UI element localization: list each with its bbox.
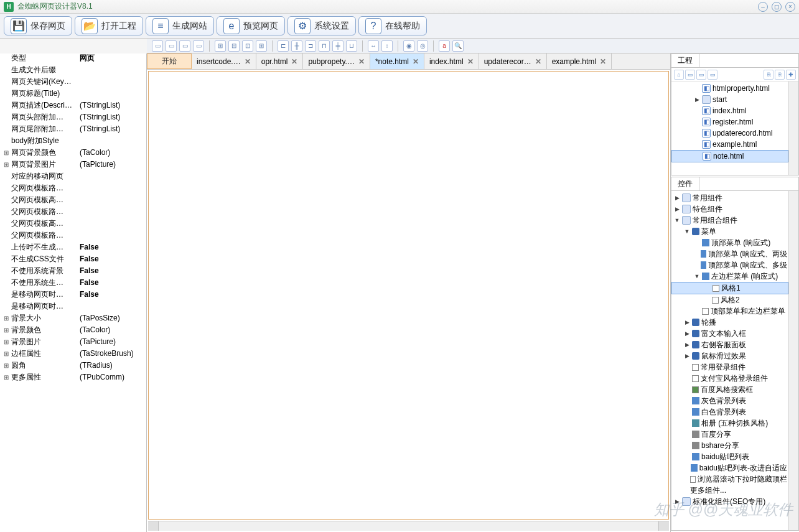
tree-node[interactable]: 顶部菜单和左边栏菜单: [671, 306, 788, 317]
expand-icon[interactable]: ⊞: [2, 159, 10, 170]
property-row[interactable]: 不使用系统背景False: [0, 265, 146, 277]
expand-icon[interactable]: ⊞: [2, 360, 10, 371]
tree-node[interactable]: baidu贴吧列表-改进自适应: [671, 462, 788, 474]
property-value[interactable]: (TStringList): [80, 124, 144, 134]
tab-controls[interactable]: 控件: [671, 177, 699, 190]
tree-node[interactable]: ▼左边栏菜单 (响应式): [671, 271, 788, 282]
expand-icon[interactable]: ⊞: [2, 372, 10, 383]
tree-node[interactable]: ▶右侧客服面板: [671, 339, 788, 350]
property-value[interactable]: (TaColor): [80, 147, 144, 158]
tree-node[interactable]: ▼常用组合组件: [671, 215, 788, 226]
property-row[interactable]: ⊞背景颜色(TaColor): [0, 324, 146, 336]
tab-project[interactable]: 工程: [671, 54, 699, 67]
tree-node[interactable]: ◧updaterecord.html: [671, 128, 788, 139]
tree-node[interactable]: 灰色背景列表: [671, 395, 788, 406]
minimize-button[interactable]: –: [758, 2, 768, 12]
tree-node[interactable]: 浏览器滚动下拉时隐藏顶栏: [671, 474, 788, 485]
tool-icon[interactable]: ▭: [193, 40, 204, 52]
distribute-icon[interactable]: ↔: [368, 40, 379, 52]
tree-node[interactable]: ◧register.html: [671, 116, 788, 128]
folder-icon[interactable]: ▭: [708, 70, 717, 80]
tree-node[interactable]: 百度风格搜索框: [671, 384, 788, 395]
property-row[interactable]: 网页尾部附加…(TStringList): [0, 123, 146, 135]
tree-node[interactable]: 顶部菜单 (响应式、两级: [671, 248, 788, 259]
toolbar-生成网站[interactable]: ≡生成网站: [146, 16, 214, 35]
property-row[interactable]: 父网页模板高…: [0, 218, 146, 230]
property-row[interactable]: 网页头部附加…(TStringList): [0, 111, 146, 123]
property-value[interactable]: False: [80, 254, 144, 264]
align-top-icon[interactable]: ⊓: [319, 40, 330, 52]
expand-arrow-icon[interactable]: ▶: [674, 497, 680, 506]
property-value[interactable]: (TPubComm): [80, 372, 144, 383]
align-center-icon[interactable]: ╫: [291, 40, 302, 52]
home-icon[interactable]: ⌂: [674, 70, 684, 80]
property-row[interactable]: 父网页模板路…: [0, 182, 146, 194]
property-row[interactable]: ⊞网页背景图片(TaPicture): [0, 159, 146, 170]
tree-node[interactable]: 风格2: [671, 294, 788, 306]
tree-node[interactable]: ▼菜单: [671, 226, 788, 237]
align-left-icon[interactable]: ⊏: [278, 40, 289, 52]
document-tab[interactable]: *note.html✕: [370, 54, 424, 69]
maximize-button[interactable]: ◻: [772, 2, 782, 12]
folder-icon[interactable]: ▭: [696, 70, 706, 80]
expand-icon[interactable]: ⊞: [2, 348, 10, 359]
property-value[interactable]: False: [80, 242, 144, 253]
group-icon[interactable]: ◉: [403, 40, 414, 52]
property-value[interactable]: (TaPicture): [80, 337, 144, 347]
document-tab[interactable]: updaterecor…✕: [479, 54, 547, 69]
distribute-icon[interactable]: ↕: [381, 40, 393, 52]
property-row[interactable]: 是移动网页时…: [0, 301, 146, 312]
toolbar-保存网页[interactable]: 💾保存网页: [4, 16, 72, 35]
tool-icon[interactable]: ▭: [179, 40, 190, 52]
tool-icon[interactable]: ▭: [152, 40, 163, 52]
property-row[interactable]: 生成文件后缀: [0, 64, 146, 76]
tool-icon[interactable]: ⊟: [228, 40, 240, 52]
expand-arrow-icon[interactable]: ▶: [684, 317, 690, 327]
property-row[interactable]: ⊞圆角(TRadius): [0, 360, 146, 371]
property-value[interactable]: [80, 88, 144, 99]
tree-node[interactable]: ▶鼠标滑过效果: [671, 350, 788, 362]
toolbar-打开工程[interactable]: 📂打开工程: [75, 16, 143, 35]
tree-node[interactable]: 支付宝风格登录组件: [671, 373, 788, 384]
property-value[interactable]: False: [80, 289, 144, 300]
property-row[interactable]: 对应的移动网页: [0, 170, 146, 182]
folder-icon[interactable]: ▭: [685, 70, 695, 80]
tab-close-icon[interactable]: ✕: [245, 57, 251, 66]
expand-icon[interactable]: ⊞: [2, 337, 10, 347]
align-middle-icon[interactable]: ╪: [332, 40, 343, 52]
tool-icon[interactable]: ⊡: [242, 40, 253, 52]
property-value[interactable]: (TStringList): [80, 100, 144, 111]
tree-node[interactable]: bshare分享: [671, 440, 788, 451]
property-value[interactable]: 网页: [80, 54, 144, 63]
property-row[interactable]: 网页关键词(Key…: [0, 76, 146, 88]
tree-node[interactable]: 顶部菜单 (响应式、多级: [671, 259, 788, 271]
tab-close-icon[interactable]: ✕: [413, 57, 419, 66]
expand-arrow-icon[interactable]: ▶: [674, 193, 680, 203]
property-row[interactable]: ⊞边框属性(TaStrokeBrush): [0, 348, 146, 360]
tree-node[interactable]: 更多组件...: [671, 485, 788, 496]
tool-icon[interactable]: ⊞: [256, 40, 267, 52]
paste-icon[interactable]: ⎘: [775, 70, 785, 80]
expand-arrow-icon[interactable]: ▶: [684, 351, 690, 361]
tab-close-icon[interactable]: ✕: [600, 57, 606, 66]
property-row[interactable]: 类型网页: [0, 54, 146, 64]
document-tab[interactable]: insertcode.…✕: [192, 54, 256, 69]
property-value[interactable]: [80, 183, 144, 194]
property-value[interactable]: (TaPosSize): [80, 313, 144, 324]
ungroup-icon[interactable]: ◎: [417, 40, 428, 52]
tree-node[interactable]: ▶轮播: [671, 317, 788, 328]
tab-start[interactable]: 开始: [147, 54, 192, 69]
tree-node[interactable]: ▶start: [671, 94, 788, 105]
tree-node[interactable]: ▶常用组件: [671, 192, 788, 203]
property-row[interactable]: 不生成CSS文件False: [0, 253, 146, 265]
property-row[interactable]: ⊞背景图片(TaPicture): [0, 336, 146, 348]
document-tab[interactable]: index.html✕: [424, 54, 479, 69]
tree-node[interactable]: ▶特色组件: [671, 203, 788, 215]
property-row[interactable]: 是移动网页时…False: [0, 289, 146, 301]
tree-node[interactable]: baidu贴吧列表: [671, 451, 788, 462]
tree-node[interactable]: ◧note.html: [671, 150, 788, 162]
new-icon[interactable]: ✚: [786, 70, 796, 80]
property-row[interactable]: 上传时不生成…False: [0, 241, 146, 253]
property-value[interactable]: [80, 207, 144, 217]
tree-node[interactable]: 风格1: [671, 282, 788, 294]
